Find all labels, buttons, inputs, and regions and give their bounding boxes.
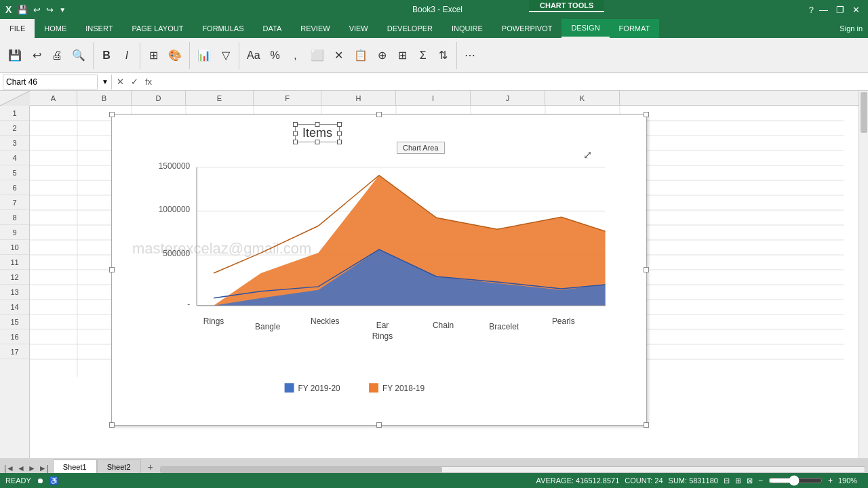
restore-button[interactable]: ❐ — [833, 5, 847, 15]
sheet-scroll-next[interactable]: ► — [26, 464, 37, 473]
comma-btn[interactable]: , — [286, 40, 305, 71]
help-button[interactable]: ? — [809, 5, 814, 15]
quick-access-more[interactable]: ▼ — [59, 6, 66, 14]
name-box[interactable] — [3, 75, 98, 89]
quick-access-save[interactable]: 💾 — [17, 5, 28, 15]
sheet-add-button[interactable]: + — [144, 461, 157, 473]
delete-btn[interactable]: ✕ — [330, 40, 349, 71]
row-header-15[interactable]: 15 — [0, 314, 29, 329]
print-btn[interactable]: 🖨 — [47, 40, 66, 71]
row-header-10[interactable]: 10 — [0, 240, 29, 255]
merge-btn[interactable]: ⬜ — [307, 40, 328, 71]
border-btn[interactable]: ⊞ — [144, 40, 163, 71]
view-layout-btn[interactable]: ⊞ — [735, 476, 741, 485]
view-page-btn[interactable]: ⊠ — [747, 476, 753, 485]
save-btn[interactable]: 💾 — [4, 40, 26, 71]
italic-btn[interactable]: I — [117, 40, 136, 71]
tab-page-layout[interactable]: PAGE LAYOUT — [122, 19, 193, 38]
insert-col-btn[interactable]: ⊞ — [393, 40, 412, 71]
chart-icon: 📊 — [197, 49, 211, 62]
fill-btn[interactable]: 🎨 — [164, 40, 186, 71]
col-header-h[interactable]: H — [321, 91, 396, 105]
formula-input[interactable] — [155, 75, 868, 89]
tab-format[interactable]: FORMAT — [610, 19, 660, 38]
row-header-9[interactable]: 9 — [0, 225, 29, 240]
zoom-level[interactable]: 190% — [838, 476, 863, 485]
col-header-a[interactable]: A — [30, 91, 77, 105]
tab-review[interactable]: REVIEW — [291, 19, 339, 38]
formula-sum-btn[interactable]: Σ — [414, 40, 433, 71]
col-header-j[interactable]: J — [471, 91, 545, 105]
zoom-out-btn[interactable]: − — [758, 476, 763, 485]
tab-formulas[interactable]: FORMULAS — [193, 19, 253, 38]
row-header-13[interactable]: 13 — [0, 285, 29, 300]
col-header-k[interactable]: K — [545, 91, 620, 105]
confirm-formula-btn[interactable]: ✓ — [127, 75, 142, 88]
tab-insert[interactable]: INSERT — [76, 19, 122, 38]
col-header-f[interactable]: F — [254, 91, 321, 105]
vertical-scrollbar[interactable] — [859, 91, 868, 458]
row-header-5[interactable]: 5 — [0, 165, 29, 180]
tab-powerpivot[interactable]: POWERPIVOT — [492, 19, 562, 38]
accessibility-btn[interactable]: ♿ — [50, 476, 59, 485]
row-header-12[interactable]: 12 — [0, 270, 29, 285]
percent-btn[interactable]: % — [266, 40, 285, 71]
cancel-formula-btn[interactable]: ✕ — [113, 75, 127, 88]
row-header-6[interactable]: 6 — [0, 180, 29, 195]
undo-btn[interactable]: ↩ — [27, 40, 46, 71]
sign-in-button[interactable]: Sign in — [840, 24, 863, 33]
insert-row-btn[interactable]: ⊕ — [373, 40, 392, 71]
row-header-8[interactable]: 8 — [0, 210, 29, 225]
zoom-in-btn[interactable]: + — [828, 476, 833, 485]
chart-btn[interactable]: 📊 — [193, 40, 215, 71]
macro-recorder-btn[interactable]: ⏺ — [37, 476, 44, 485]
tab-home[interactable]: HOME — [35, 19, 76, 38]
row-header-4[interactable]: 4 — [0, 150, 29, 165]
row-header-11[interactable]: 11 — [0, 255, 29, 270]
sheet-scroll-last[interactable]: ►| — [37, 464, 50, 473]
row-header-7[interactable]: 7 — [0, 195, 29, 210]
row-header-17[interactable]: 17 — [0, 344, 29, 359]
bold-btn[interactable]: B — [97, 40, 116, 71]
tab-data[interactable]: DATA — [254, 19, 292, 38]
tab-design[interactable]: DESIGN — [561, 19, 609, 38]
sheet-tab-1[interactable]: Sheet1 — [53, 460, 97, 473]
tab-view[interactable]: VIEW — [340, 19, 378, 38]
format-btn[interactable]: Aa — [243, 40, 264, 71]
col-header-i[interactable]: I — [396, 91, 471, 105]
sort-btn[interactable]: ⇅ — [434, 40, 453, 71]
tab-developer[interactable]: DEVELOPER — [378, 19, 442, 38]
ribbon-divider-1 — [93, 42, 94, 69]
col-header-d[interactable]: D — [132, 91, 186, 105]
col-header-e[interactable]: E — [186, 91, 254, 105]
minimize-button[interactable]: — — [816, 5, 831, 15]
insert-row-icon: ⊕ — [378, 49, 387, 62]
sheet-tabs: |◄ ◄ ► ►| Sheet1 Sheet2 + — [0, 458, 868, 473]
view-normal-btn[interactable]: ⊟ — [724, 476, 730, 485]
row-header-14[interactable]: 14 — [0, 300, 29, 314]
tab-inquire[interactable]: INQUIRE — [442, 19, 492, 38]
corner-cell[interactable] — [0, 91, 30, 105]
paste-btn[interactable]: 📋 — [350, 40, 372, 71]
sheet-scroll-first[interactable]: |◄ — [3, 464, 16, 473]
row-header-1[interactable]: 1 — [0, 106, 29, 121]
sheet-scroll-prev[interactable]: ◄ — [16, 464, 26, 473]
row-header-3[interactable]: 3 — [0, 136, 29, 150]
col-header-b[interactable]: B — [77, 91, 132, 105]
close-button[interactable]: ✕ — [850, 5, 863, 15]
row-header-16[interactable]: 16 — [0, 329, 29, 344]
cells-area[interactable]: Items Chart Area ⤢ — [30, 106, 868, 458]
more-btn[interactable]: ⋯ — [460, 40, 479, 71]
chart-container[interactable]: Items Chart Area ⤢ — [111, 114, 647, 426]
row-header-2[interactable]: 2 — [0, 121, 29, 136]
filter-btn[interactable]: ▽ — [216, 40, 235, 71]
sheet-tab-2[interactable]: Sheet2 — [97, 460, 141, 473]
quick-access-undo[interactable]: ↩ — [33, 5, 41, 15]
tab-file[interactable]: FILE — [0, 19, 35, 38]
zoom-slider[interactable] — [768, 475, 823, 486]
quick-access-redo[interactable]: ↪ — [46, 5, 54, 15]
name-box-dropdown[interactable]: ▼ — [100, 78, 110, 85]
excel-icon: X — [5, 4, 12, 15]
insert-function-btn[interactable]: fx — [142, 75, 155, 88]
print-preview-btn[interactable]: 🔍 — [68, 40, 90, 71]
